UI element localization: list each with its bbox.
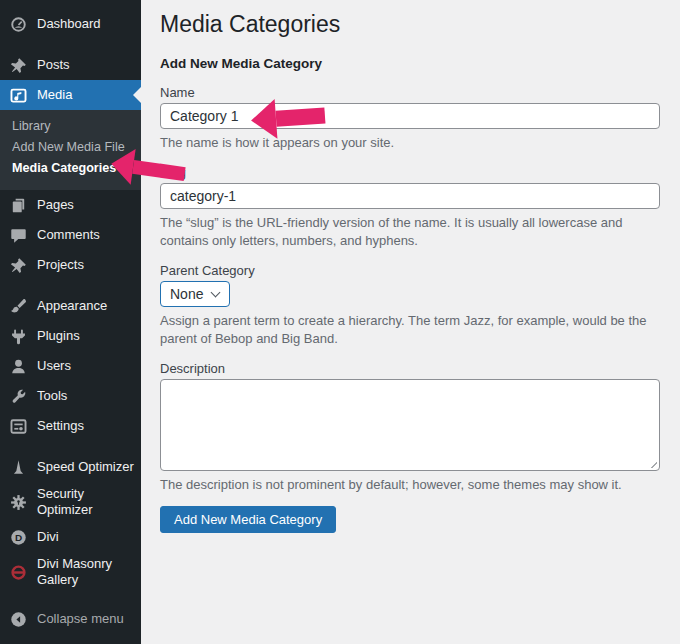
comments-icon	[9, 226, 28, 245]
media-icon	[9, 86, 28, 105]
plugin-icon	[9, 327, 28, 346]
description-label: Description	[160, 361, 660, 376]
name-label: Name	[160, 85, 660, 100]
sidebar-item-label: Posts	[37, 57, 70, 73]
sidebar-item-label: Media	[37, 87, 72, 103]
parent-category-help: Assign a parent term to create a hierarc…	[160, 312, 660, 348]
sidebar-item-users[interactable]: Users	[0, 351, 141, 381]
collapse-icon	[9, 610, 28, 629]
parent-category-select[interactable]: None	[160, 281, 230, 307]
wrench-icon	[9, 387, 28, 406]
pushpin-icon	[9, 256, 28, 275]
sidebar-item-label: Users	[37, 358, 71, 374]
sidebar-item-label: Settings	[37, 418, 84, 434]
divi-masonry-gallery-icon	[9, 563, 28, 582]
brush-icon	[9, 297, 28, 316]
description-textarea-wrap	[160, 379, 660, 471]
sidebar-subitem-library[interactable]: Library	[0, 116, 141, 137]
parent-category-label: Parent Category	[160, 263, 660, 278]
add-new-media-category-button[interactable]: Add New Media Category	[160, 506, 336, 533]
sidebar-subitem-add-new-media-file[interactable]: Add New Media File	[0, 137, 141, 158]
settings-icon	[9, 417, 28, 436]
sidebar-item-label: Speed Optimizer	[37, 459, 134, 475]
sidebar-item-projects[interactable]: Projects	[0, 250, 141, 280]
sidebar-submenu-media: LibraryAdd New Media FileMedia Categorie…	[0, 110, 141, 190]
pushpin-icon	[9, 56, 28, 75]
parent-category-selected-value: None	[170, 286, 203, 302]
sidebar-item-pages[interactable]: Pages	[0, 190, 141, 220]
description-textarea[interactable]	[160, 379, 660, 471]
sidebar-item-security-optimizer[interactable]: Security Optimizer	[0, 482, 141, 522]
page-title: Media Categories	[160, 9, 660, 39]
collapse-menu-label: Collapse menu	[37, 611, 124, 627]
sidebar-item-label: Pages	[37, 197, 74, 213]
name-input[interactable]	[160, 103, 660, 129]
sidebar-item-tools[interactable]: Tools	[0, 381, 141, 411]
slug-help: The “slug” is the URL-friendly version o…	[160, 214, 660, 250]
add-category-form: Name The name is how it appears on your …	[160, 85, 660, 533]
sidebar-item-comments[interactable]: Comments	[0, 220, 141, 250]
sidebar-item-plugins[interactable]: Plugins	[0, 321, 141, 351]
speed-optimizer-icon	[9, 458, 28, 477]
collapse-menu-button[interactable]: Collapse menu	[0, 604, 141, 634]
main-content: Media Categories Add New Media Category …	[141, 0, 680, 644]
sidebar-item-label: Security Optimizer	[37, 486, 135, 518]
security-optimizer-icon	[9, 493, 28, 512]
sidebar-item-settings[interactable]: Settings	[0, 411, 141, 441]
slug-input[interactable]	[160, 183, 660, 209]
divi-icon: D	[9, 528, 28, 547]
description-help: The description is not prominent by defa…	[160, 476, 660, 494]
chevron-down-icon	[211, 287, 221, 297]
admin-sidebar: DashboardPostsMediaLibraryAdd New Media …	[0, 0, 141, 644]
sidebar-item-label: Dashboard	[37, 16, 101, 32]
sidebar-item-label: Tools	[37, 388, 67, 404]
name-help: The name is how it appears on your site.	[160, 134, 660, 152]
dashboard-icon	[9, 15, 28, 34]
sidebar-item-dashboard[interactable]: Dashboard	[0, 9, 141, 39]
sidebar-subitem-media-categories[interactable]: Media Categories	[0, 158, 141, 179]
sidebar-item-label: Appearance	[37, 298, 107, 314]
sidebar-item-divi[interactable]: DDivi	[0, 522, 141, 552]
sidebar-item-media[interactable]: Media	[0, 80, 141, 110]
sidebar-item-label: Plugins	[37, 328, 80, 344]
sidebar-item-label: Projects	[37, 257, 84, 273]
sidebar-item-divi-masonry-gallery[interactable]: Divi Masonry Gallery	[0, 552, 141, 592]
sidebar-item-appearance[interactable]: Appearance	[0, 291, 141, 321]
form-title: Add New Media Category	[160, 55, 660, 72]
sidebar-item-label: Divi Masonry Gallery	[37, 556, 135, 588]
user-icon	[9, 357, 28, 376]
slug-label: Slug	[160, 165, 660, 180]
sidebar-item-label: Comments	[37, 227, 100, 243]
sidebar-menu: DashboardPostsMediaLibraryAdd New Media …	[0, 9, 141, 634]
sidebar-item-posts[interactable]: Posts	[0, 50, 141, 80]
sidebar-item-label: Divi	[37, 529, 59, 545]
pages-icon	[9, 196, 28, 215]
svg-text:D: D	[15, 532, 22, 543]
sidebar-item-speed-optimizer[interactable]: Speed Optimizer	[0, 452, 141, 482]
